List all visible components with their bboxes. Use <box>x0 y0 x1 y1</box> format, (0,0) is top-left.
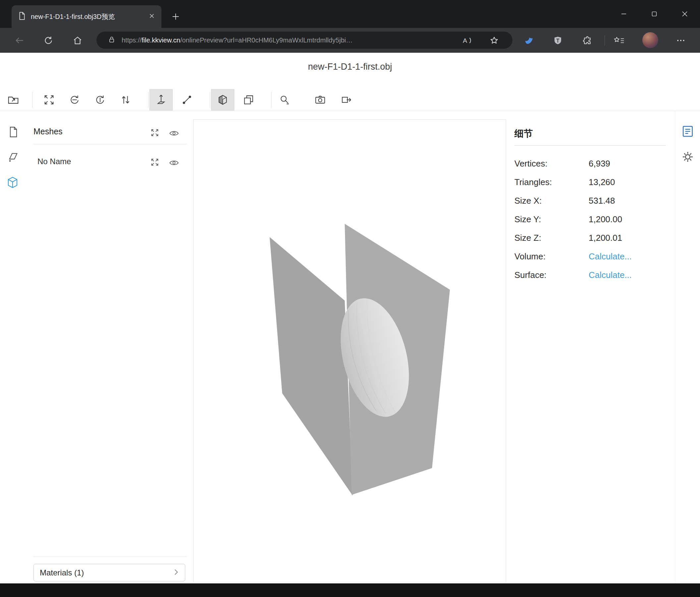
mesh-visibility-button[interactable] <box>169 158 179 168</box>
model-render <box>194 120 506 582</box>
details-underline <box>515 145 666 146</box>
export-button[interactable] <box>335 89 358 111</box>
fit-view-button[interactable] <box>38 89 61 111</box>
read-aloud-button[interactable]: A <box>461 34 474 47</box>
url-host: file.kkview.cn <box>142 37 180 44</box>
extensions-menu-button[interactable] <box>581 34 594 47</box>
line-tool-button[interactable] <box>175 89 199 111</box>
close-button[interactable] <box>670 0 700 28</box>
detail-label: Size Y: <box>515 214 589 224</box>
details-header: 细节 <box>515 127 533 140</box>
maximize-button[interactable] <box>639 0 670 28</box>
back-button[interactable] <box>13 34 26 47</box>
window-controls <box>608 0 700 28</box>
screenshot-button[interactable] <box>308 89 332 111</box>
materials-button-label: Materials (1) <box>40 568 172 577</box>
url-bar[interactable]: https://file.kkview.cn/onlinePreview?url… <box>96 31 512 49</box>
flip-vertical-button[interactable] <box>114 89 137 111</box>
detail-value: 1,200.01 <box>589 233 622 243</box>
detail-label: Triangles: <box>515 177 589 187</box>
bottom-bar <box>0 583 700 597</box>
minimize-button[interactable] <box>608 0 639 28</box>
detail-label: Vertices: <box>515 159 589 169</box>
materials-button[interactable]: Materials (1) <box>33 564 185 581</box>
detail-row: Surface: Calculate... <box>515 266 667 284</box>
home-button[interactable] <box>71 34 84 47</box>
new-tab-button[interactable] <box>169 10 182 23</box>
extension-blue-button[interactable] <box>523 34 535 47</box>
meshes-visibility-button[interactable] <box>169 128 179 138</box>
mesh-fit-button[interactable] <box>150 157 160 167</box>
lock-icon[interactable] <box>108 35 116 45</box>
right-strip <box>675 111 700 584</box>
browser-tab[interactable]: new-F1-D1-1-first.obj3D预览 <box>11 5 161 28</box>
materials-divider <box>33 556 186 557</box>
open-model-button[interactable] <box>2 89 25 111</box>
file-info-tab[interactable] <box>7 125 20 139</box>
navigation-bar: https://file.kkview.cn/onlinePreview?url… <box>0 28 700 53</box>
detail-label: Size Z: <box>515 233 589 243</box>
detail-label: Size X: <box>515 196 589 206</box>
model-viewport[interactable] <box>193 119 506 582</box>
rotate-x-button[interactable] <box>63 89 86 111</box>
titlebar: new-F1-D1-1-first.obj3D预览 <box>0 0 700 28</box>
toolbar-separator <box>210 92 210 108</box>
perspective-view-button[interactable] <box>211 89 234 111</box>
detail-row: Size Z: 1,200.01 <box>515 229 667 247</box>
pan-tool-button[interactable] <box>149 89 173 111</box>
page-title: new-F1-D1-1-first.obj <box>0 62 700 72</box>
toolbar-separator <box>32 92 32 108</box>
detail-row: Size X: 531.48 <box>515 191 667 210</box>
chevron-right-icon <box>172 568 180 578</box>
calculate-volume-link[interactable]: Calculate... <box>589 252 632 262</box>
rotate-y-button[interactable] <box>89 89 112 111</box>
detail-value: 1,200.00 <box>589 214 622 224</box>
calculate-surface-link[interactable]: Calculate... <box>589 270 632 280</box>
materials-tab[interactable] <box>7 150 20 164</box>
url-path: /onlinePreview?url=aHR0cHM6Ly9maWxlLmtrd… <box>180 37 353 44</box>
profile-avatar[interactable] <box>642 32 658 48</box>
tampermonkey-extension-button[interactable] <box>551 34 564 47</box>
model-tab[interactable] <box>6 176 19 189</box>
toolbar-separator <box>148 92 149 108</box>
detail-row: Volume: Calculate... <box>515 247 667 266</box>
orthographic-view-button[interactable] <box>237 89 260 111</box>
meshes-divider <box>33 144 186 144</box>
url-text[interactable]: https://file.kkview.cn/onlinePreview?url… <box>122 37 353 44</box>
more-options-button[interactable] <box>674 34 687 47</box>
mesh-item-name[interactable]: No Name <box>38 157 71 166</box>
favorite-star-button[interactable] <box>488 34 500 47</box>
favorites-list-button[interactable] <box>612 34 626 47</box>
details-rows: Vertices: 6,939 Triangles: 13,260 Size X… <box>515 154 667 284</box>
svg-text:A: A <box>463 37 467 44</box>
measure-button[interactable] <box>273 89 296 111</box>
toolbar-divider <box>604 35 605 45</box>
url-scheme: https:// <box>122 37 142 44</box>
detail-value: 6,939 <box>589 159 610 169</box>
detail-row: Triangles: 13,260 <box>515 173 667 191</box>
tab-title: new-F1-D1-1-first.obj3D预览 <box>31 12 144 21</box>
detail-value: 531.48 <box>589 196 615 206</box>
detail-label: Surface: <box>515 270 589 280</box>
model-plane-left <box>270 237 353 496</box>
detail-row: Vertices: 6,939 <box>515 154 667 173</box>
meshes-header: Meshes <box>33 127 62 136</box>
detail-value: 13,260 <box>589 177 615 187</box>
browser-window: new-F1-D1-1-first.obj3D预览 <box>0 0 700 597</box>
details-panel-toggle[interactable] <box>680 123 696 139</box>
meshes-fit-button[interactable] <box>150 128 160 138</box>
viewer-toolbar <box>0 89 700 111</box>
settings-button[interactable] <box>680 149 696 165</box>
page-file-icon <box>18 11 26 22</box>
detail-label: Volume: <box>515 252 589 262</box>
tab-close-icon[interactable] <box>148 12 155 21</box>
detail-row: Size Y: 1,200.00 <box>515 210 667 229</box>
refresh-button[interactable] <box>42 34 55 47</box>
